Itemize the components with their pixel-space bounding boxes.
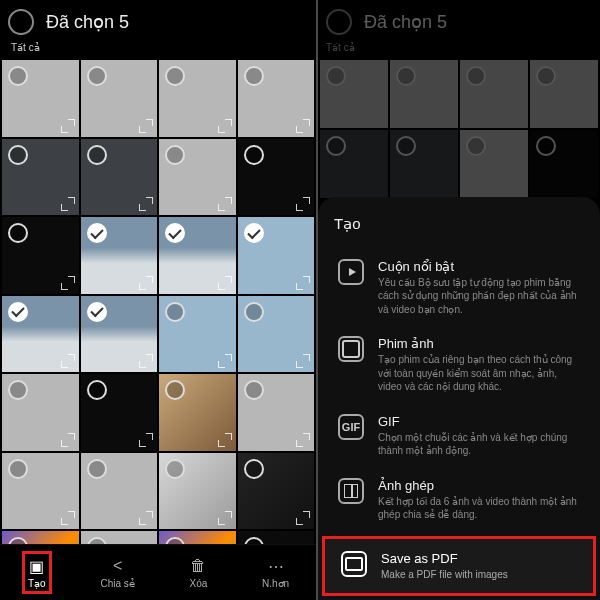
thumb[interactable] bbox=[159, 374, 236, 451]
expand-icon bbox=[218, 119, 232, 133]
expand-icon bbox=[218, 511, 232, 525]
film-icon bbox=[338, 336, 364, 362]
thumb[interactable] bbox=[390, 60, 458, 128]
expand-icon bbox=[61, 511, 75, 525]
selection-count: Đã chọn 5 bbox=[46, 11, 129, 33]
thumb[interactable] bbox=[320, 130, 388, 198]
thumb[interactable] bbox=[530, 60, 598, 128]
expand-icon bbox=[296, 119, 310, 133]
thumbnail-grid bbox=[0, 58, 316, 600]
checkmark-icon bbox=[244, 223, 264, 243]
checkmark-icon bbox=[87, 223, 107, 243]
thumb[interactable] bbox=[159, 60, 236, 137]
expand-icon bbox=[61, 433, 75, 447]
share-button[interactable]: < Chia sẻ bbox=[100, 556, 134, 589]
delete-button[interactable]: 🗑 Xóa bbox=[188, 556, 208, 589]
expand-icon bbox=[218, 433, 232, 447]
thumb[interactable] bbox=[460, 130, 528, 198]
create-sheet: Tạo Cuộn nổi bật Yêu cầu Bộ sưu tập tự đ… bbox=[318, 197, 600, 601]
header: Đã chọn 5 bbox=[0, 0, 316, 44]
thumb[interactable] bbox=[238, 60, 315, 137]
expand-icon bbox=[139, 276, 153, 290]
thumb[interactable] bbox=[81, 217, 158, 294]
expand-icon bbox=[139, 511, 153, 525]
image-icon bbox=[341, 551, 367, 577]
more-icon: ⋯ bbox=[266, 556, 286, 576]
screenshot-create-sheet: Đã chọn 5 Tất cả Tạo Cuộn nổi bật Yêu cầ… bbox=[316, 0, 600, 600]
select-all-label[interactable]: Tất cả bbox=[11, 42, 40, 53]
thumb[interactable] bbox=[320, 60, 388, 128]
thumb[interactable] bbox=[81, 374, 158, 451]
deselect-all-circle[interactable] bbox=[326, 9, 352, 35]
checkmark-icon bbox=[87, 302, 107, 322]
expand-icon bbox=[139, 354, 153, 368]
create-button[interactable]: ▣ Tạo bbox=[27, 556, 47, 589]
option-highlight-reel[interactable]: Cuộn nổi bật Yêu cầu Bộ sưu tập tự động … bbox=[334, 249, 584, 327]
trash-icon: 🗑 bbox=[188, 556, 208, 576]
thumb[interactable] bbox=[2, 217, 79, 294]
expand-icon bbox=[218, 354, 232, 368]
option-collage[interactable]: Ảnh ghép Kết hợp tối đa 6 ảnh và video t… bbox=[334, 468, 584, 532]
thumb[interactable] bbox=[81, 139, 158, 216]
share-icon: < bbox=[108, 556, 128, 576]
option-movie[interactable]: Phim ảnh Tạo phim của riêng bạn theo các… bbox=[334, 326, 584, 404]
play-icon bbox=[338, 259, 364, 285]
selection-count: Đã chọn 5 bbox=[364, 11, 447, 33]
expand-icon bbox=[218, 197, 232, 211]
expand-icon bbox=[296, 433, 310, 447]
header: Đã chọn 5 bbox=[318, 0, 600, 44]
expand-icon bbox=[218, 276, 232, 290]
screenshot-gallery-select: Đã chọn 5 Tất cả bbox=[0, 0, 316, 600]
checkmark-icon bbox=[8, 302, 28, 322]
create-icon: ▣ bbox=[27, 556, 47, 576]
gif-icon: GIF bbox=[338, 414, 364, 440]
thumbnail-grid bbox=[318, 58, 600, 200]
expand-icon bbox=[61, 276, 75, 290]
collage-icon bbox=[338, 478, 364, 504]
option-save-as-pdf[interactable]: Save as PDF Make a PDF file with images bbox=[322, 536, 596, 597]
expand-icon bbox=[139, 433, 153, 447]
thumb[interactable] bbox=[2, 60, 79, 137]
thumb[interactable] bbox=[238, 139, 315, 216]
expand-icon bbox=[61, 354, 75, 368]
thumb[interactable] bbox=[81, 453, 158, 530]
thumb[interactable] bbox=[238, 217, 315, 294]
expand-icon bbox=[139, 119, 153, 133]
deselect-all-circle[interactable] bbox=[8, 9, 34, 35]
expand-icon bbox=[61, 119, 75, 133]
expand-icon bbox=[139, 197, 153, 211]
more-button[interactable]: ⋯ N.hơn bbox=[262, 556, 289, 589]
thumb[interactable] bbox=[530, 130, 598, 198]
thumb[interactable] bbox=[81, 296, 158, 373]
expand-icon bbox=[296, 354, 310, 368]
expand-icon bbox=[296, 276, 310, 290]
thumb[interactable] bbox=[2, 296, 79, 373]
thumb[interactable] bbox=[2, 139, 79, 216]
option-gif[interactable]: GIF GIF Chọn một chuỗi các ảnh và kết hợ… bbox=[334, 404, 584, 468]
thumb[interactable] bbox=[460, 60, 528, 128]
bottom-toolbar: ▣ Tạo < Chia sẻ 🗑 Xóa ⋯ N.hơn bbox=[0, 544, 316, 600]
thumb[interactable] bbox=[159, 217, 236, 294]
checkmark-icon bbox=[165, 223, 185, 243]
thumb[interactable] bbox=[81, 60, 158, 137]
sheet-title: Tạo bbox=[334, 215, 584, 233]
thumb[interactable] bbox=[390, 130, 458, 198]
thumb[interactable] bbox=[159, 139, 236, 216]
select-all-label[interactable]: Tất cả bbox=[326, 42, 355, 53]
expand-icon bbox=[61, 197, 75, 211]
thumb[interactable] bbox=[238, 453, 315, 530]
expand-icon bbox=[296, 197, 310, 211]
thumb[interactable] bbox=[2, 453, 79, 530]
thumb[interactable] bbox=[2, 374, 79, 451]
expand-icon bbox=[296, 511, 310, 525]
thumb[interactable] bbox=[238, 296, 315, 373]
thumb[interactable] bbox=[159, 453, 236, 530]
thumb[interactable] bbox=[238, 374, 315, 451]
thumb[interactable] bbox=[159, 296, 236, 373]
